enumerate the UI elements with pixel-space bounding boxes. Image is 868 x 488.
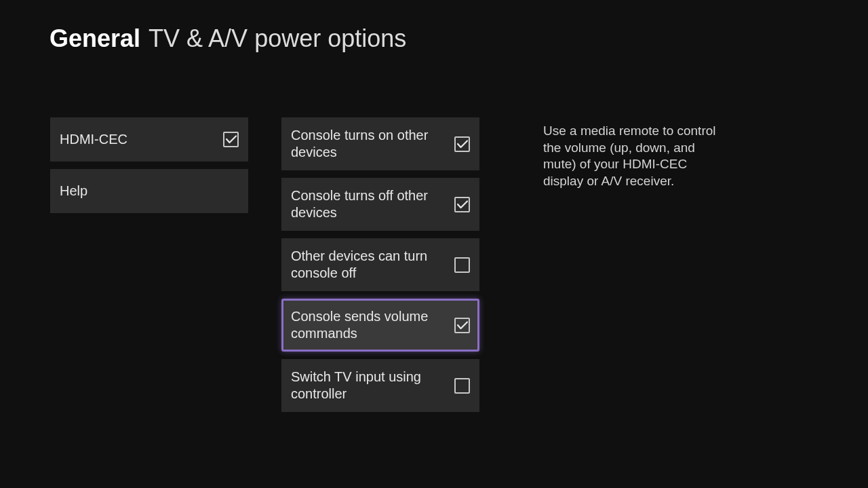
tile-label: Console turns off other devices xyxy=(291,187,433,221)
tile-label: Switch TV input using controller xyxy=(291,369,433,402)
checkbox[interactable] xyxy=(454,136,470,152)
checkbox[interactable] xyxy=(454,318,470,333)
page-header: General TV & A/V power options xyxy=(0,0,868,53)
checkbox[interactable] xyxy=(454,197,470,212)
checkbox[interactable] xyxy=(454,378,470,394)
left-tile-0[interactable]: HDMI-CEC xyxy=(50,117,248,162)
checkmark-icon xyxy=(457,140,468,149)
checkbox[interactable] xyxy=(454,257,470,273)
description-text: Use a media remote to control the volume… xyxy=(543,123,723,190)
option-tile-1[interactable]: Console turns off other devices xyxy=(281,178,479,231)
option-tile-2[interactable]: Other devices can turn console off xyxy=(281,238,479,291)
checkmark-icon xyxy=(457,321,468,330)
tile-label: HDMI-CEC xyxy=(60,131,127,148)
checkmark-icon xyxy=(226,135,237,144)
option-tile-4[interactable]: Switch TV input using controller xyxy=(281,359,479,412)
checkbox[interactable] xyxy=(223,132,239,147)
header-title: TV & A/V power options xyxy=(149,24,406,53)
option-tile-0[interactable]: Console turns on other devices xyxy=(281,117,479,170)
middle-column: Console turns on other devicesConsole tu… xyxy=(281,117,479,412)
content-area: HDMI-CECHelp Console turns on other devi… xyxy=(0,53,868,412)
left-tile-1[interactable]: Help xyxy=(50,169,248,213)
tile-label: Help xyxy=(60,183,87,200)
left-column: HDMI-CECHelp xyxy=(50,117,248,412)
option-tile-3[interactable]: Console sends volume commands xyxy=(281,299,479,352)
header-category: General xyxy=(50,24,140,53)
tile-label: Console turns on other devices xyxy=(291,127,433,161)
description-panel: Use a media remote to control the volume… xyxy=(513,117,723,412)
checkmark-icon xyxy=(457,200,468,209)
tile-label: Console sends volume commands xyxy=(291,308,433,342)
tile-label: Other devices can turn console off xyxy=(291,248,433,282)
